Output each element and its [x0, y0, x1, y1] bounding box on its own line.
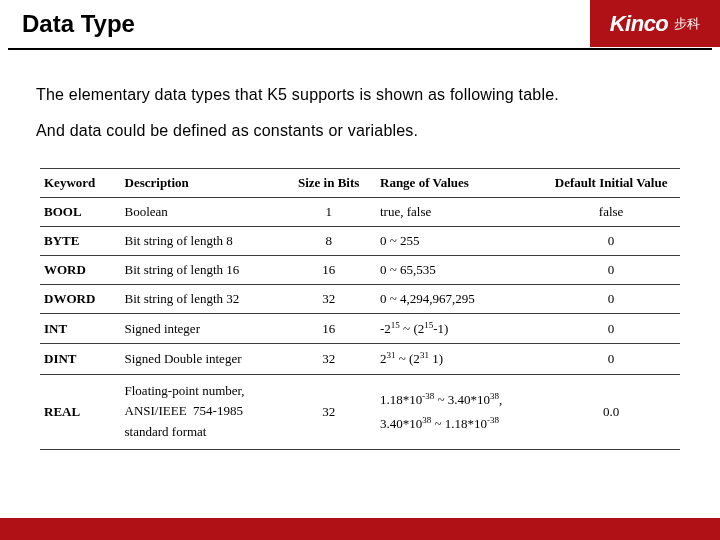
page-title: Data Type — [22, 10, 135, 38]
brand-cn: 步科 — [674, 15, 700, 33]
slide: Data Type Kinco 步科 The elementary data t… — [0, 0, 720, 540]
real-range: 1.18*10-38 ~ 3.40*1038,3.40*1038 ~ 1.18*… — [376, 374, 546, 449]
th-range: Range of Values — [376, 169, 546, 198]
table-row: BOOL Boolean 1 true, false false — [40, 198, 680, 227]
intro-paragraph-1: The elementary data types that K5 suppor… — [36, 86, 559, 104]
real-desc: Floating-point number,ANSI/IEEE 754-1985… — [121, 374, 286, 449]
dint-range: 231 ~ (231 1) — [376, 344, 546, 374]
footer-bar — [0, 518, 720, 540]
int-range: -215 ~ (215-1) — [376, 314, 546, 344]
th-keyword: Keyword — [40, 169, 121, 198]
table-row: BYTE Bit string of length 8 8 0 ~ 255 0 — [40, 227, 680, 256]
th-description: Description — [121, 169, 286, 198]
th-size: Size in Bits — [285, 169, 376, 198]
table-row: DWORD Bit string of length 32 32 0 ~ 4,2… — [40, 285, 680, 314]
table-row: INT Signed integer 16 -215 ~ (215-1) 0 — [40, 314, 680, 344]
title-underline — [8, 48, 712, 50]
th-default: Default Initial Value — [546, 169, 680, 198]
table-row: REAL Floating-point number,ANSI/IEEE 754… — [40, 374, 680, 449]
table-row: WORD Bit string of length 16 16 0 ~ 65,5… — [40, 256, 680, 285]
table-header-row: Keyword Description Size in Bits Range o… — [40, 169, 680, 198]
table-row: DINT Signed Double integer 32 231 ~ (231… — [40, 344, 680, 374]
data-type-table: Keyword Description Size in Bits Range o… — [40, 168, 680, 450]
brand-name: Kinco — [610, 11, 669, 37]
intro-paragraph-2: And data could be defined as constants o… — [36, 122, 418, 140]
brand-logo: Kinco 步科 — [590, 0, 720, 47]
